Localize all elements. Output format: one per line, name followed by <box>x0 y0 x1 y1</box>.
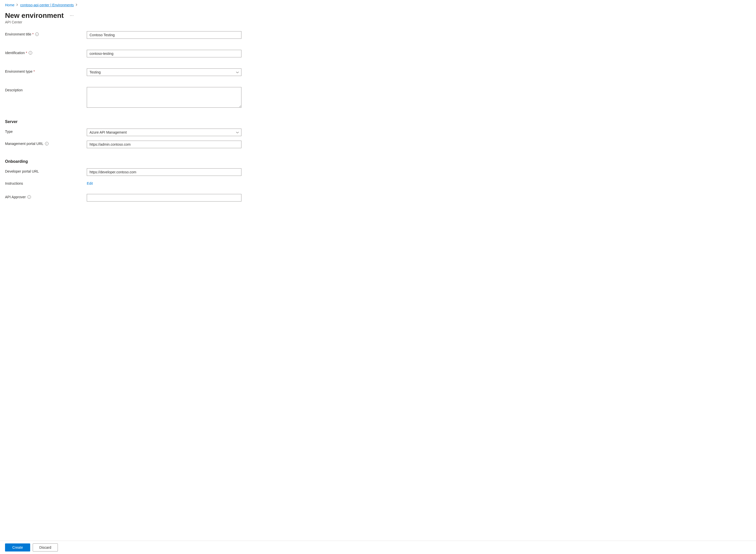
required-indicator: * <box>32 32 34 36</box>
environment-type-select[interactable]: Testing <box>87 68 241 76</box>
info-icon[interactable]: i <box>35 33 39 36</box>
info-icon[interactable]: i <box>29 51 32 55</box>
developer-portal-url-input[interactable] <box>87 168 241 176</box>
chevron-right-icon <box>16 4 18 7</box>
server-section-heading: Server <box>5 119 751 124</box>
breadcrumb: Home contoso-api-center | Environments <box>5 3 751 7</box>
onboarding-section-heading: Onboarding <box>5 159 751 164</box>
chevron-right-icon <box>76 4 77 7</box>
breadcrumb-resource[interactable]: contoso-api-center | Environments <box>20 3 74 7</box>
required-indicator: * <box>26 51 27 55</box>
info-icon[interactable]: i <box>45 142 49 146</box>
management-portal-url-input[interactable] <box>87 141 241 148</box>
api-approver-input[interactable] <box>87 194 241 202</box>
breadcrumb-home[interactable]: Home <box>5 3 14 7</box>
page-subtitle: API Center <box>5 20 751 24</box>
developer-portal-url-label: Developer portal URL <box>5 168 87 173</box>
environment-title-label: Environment title * i <box>5 31 87 36</box>
identification-input[interactable] <box>87 50 241 57</box>
instructions-label: Instructions <box>5 180 87 185</box>
environment-title-input[interactable] <box>87 31 241 39</box>
edit-instructions-button[interactable]: Edit <box>87 180 93 186</box>
required-indicator: * <box>34 69 35 73</box>
api-approver-label: API Approver i <box>5 194 87 199</box>
more-actions-button[interactable]: ··· <box>69 12 75 19</box>
server-type-select[interactable]: Azure API Management <box>87 128 241 136</box>
environment-type-label: Environment type * <box>5 68 87 73</box>
description-textarea[interactable] <box>87 87 241 108</box>
identification-label: Identification * i <box>5 50 87 55</box>
server-type-label: Type <box>5 128 87 133</box>
info-icon[interactable]: i <box>27 195 31 199</box>
description-label: Description <box>5 87 87 92</box>
page-title: New environment <box>5 12 64 20</box>
management-portal-url-label: Management portal URL i <box>5 141 87 146</box>
